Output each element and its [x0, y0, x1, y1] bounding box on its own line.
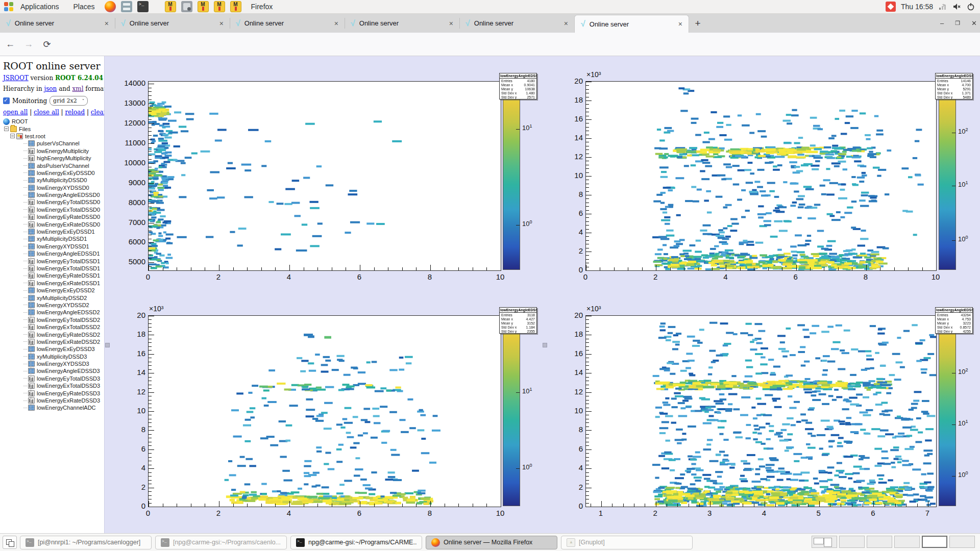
histogram-canvas-lowEnergyAngleEDSSD1[interactable]: [585, 81, 937, 271]
reload-button[interactable]: ⟳: [39, 36, 55, 53]
tree-item-label[interactable]: lowEnergyEyTotalDSSD0: [37, 199, 100, 205]
tree-item-label[interactable]: lowEnergyXYDSSD1: [37, 243, 89, 249]
palette-colorbar[interactable]: [939, 81, 956, 270]
tree-item-label[interactable]: lowEnergyChannelADC: [37, 405, 96, 411]
close-all-link[interactable]: close all: [34, 109, 59, 116]
tree-item-label[interactable]: lowEnergyAngleEDSSD3: [37, 368, 100, 374]
taskbar-window-button[interactable]: Online server — Mozilla Firefox: [426, 536, 557, 549]
frame-resize-handle[interactable]: [543, 343, 547, 347]
tree-item-label[interactable]: lowEnergyXYDSSD0: [37, 185, 89, 191]
taskbar-window-button[interactable]: npg@carme-gsi:~/Programs/CARME...: [290, 536, 422, 549]
browser-tab[interactable]: √Online server×: [459, 14, 574, 33]
jsroot-link[interactable]: JSROOT: [3, 74, 29, 82]
tree-item-label[interactable]: lowEnergyAngleEDSSD1: [37, 251, 100, 257]
xml-link[interactable]: xml: [72, 85, 84, 92]
tree-item-label[interactable]: lowEnergyAngleEDSSD2: [37, 309, 100, 315]
tree-item-label[interactable]: lowEnergyExEyDSSD3: [37, 346, 95, 352]
active-app-label[interactable]: Firefox: [244, 0, 280, 13]
midas-app-icon[interactable]: [230, 1, 241, 12]
places-menu[interactable]: Places: [66, 0, 102, 13]
tree-root-label[interactable]: ROOT: [12, 118, 28, 124]
clock[interactable]: Thu 16:58: [901, 3, 933, 11]
tree-item-label[interactable]: lowEnergyEyRateDSSD0: [37, 214, 100, 220]
tree-item-label[interactable]: lowEnergyExRateDSSD0: [37, 221, 100, 228]
tab-close-icon[interactable]: ×: [447, 18, 455, 29]
palette-colorbar[interactable]: [939, 315, 956, 506]
tree-item-label[interactable]: lowEnergyExTotalDSSD3: [37, 383, 100, 389]
browser-tab[interactable]: √Online server×: [0, 14, 115, 33]
tree-item-label[interactable]: lowEnergyExTotalDSSD2: [37, 324, 100, 330]
histogram-canvas-lowEnergyAngleEDSSD3[interactable]: [585, 315, 937, 507]
forward-button[interactable]: →: [20, 36, 37, 53]
tree-item-label[interactable]: lowEnergyExRateDSSD3: [37, 397, 100, 404]
power-icon[interactable]: [967, 3, 975, 11]
show-desktop-button[interactable]: [3, 536, 17, 549]
tree-item-label[interactable]: xyMultiplicityDSSD3: [37, 354, 87, 360]
workspace-cell[interactable]: [867, 536, 892, 548]
minimize-button[interactable]: –: [940, 19, 944, 27]
tree-item-label[interactable]: lowEnergyXYDSSD2: [37, 302, 89, 308]
tree-item-label[interactable]: lowEnergyEyTotalDSSD3: [37, 375, 100, 382]
tree-item-label[interactable]: lowEnergyAngleEDSSD0: [37, 192, 100, 198]
applications-menu-icon[interactable]: [4, 2, 13, 11]
taskbar-window-button[interactable]: [Gnuplot]: [561, 536, 693, 549]
workspace-cell[interactable]: [812, 536, 837, 548]
tree-file-label[interactable]: test.root: [25, 133, 45, 139]
tab-close-icon[interactable]: ×: [332, 18, 340, 29]
volume-muted-icon[interactable]: [952, 3, 962, 11]
tree-item-label[interactable]: pulserVsChannel: [37, 140, 80, 146]
tree-item-label[interactable]: lowEnergyXYDSSD3: [37, 361, 89, 367]
collapse-toggle[interactable]: [10, 134, 15, 138]
clear-link[interactable]: clear: [91, 109, 105, 116]
tree-item-label[interactable]: xyMultiplicityDSSD0: [37, 177, 87, 183]
back-button[interactable]: ←: [2, 36, 18, 53]
tree-item-label[interactable]: lowEnergyEyRateDSSD2: [37, 332, 100, 338]
grid-layout-select[interactable]: grid 2x2˅: [50, 96, 88, 106]
open-all-link[interactable]: open all: [3, 109, 28, 116]
file-manager-icon[interactable]: [121, 1, 132, 12]
reload-link[interactable]: reload: [65, 109, 85, 116]
firefox-launcher-icon[interactable]: [105, 1, 116, 12]
tree-item-label[interactable]: lowEnergyEyRateDSSD1: [37, 272, 100, 279]
workspace-cell[interactable]: [922, 536, 947, 548]
collapse-toggle[interactable]: [4, 127, 9, 131]
tree-item-label[interactable]: lowEnergyExEyDSSD2: [37, 287, 95, 293]
new-tab-button[interactable]: +: [689, 14, 706, 33]
tree-item-label[interactable]: xyMultiplicityDSSD1: [37, 236, 87, 242]
midas-app-icon[interactable]: [198, 1, 209, 12]
tree-folder-label[interactable]: Files: [19, 126, 31, 132]
tree-item-label[interactable]: lowEnergyExTotalDSSD0: [37, 207, 100, 213]
frame-resize-handle[interactable]: [105, 343, 110, 347]
recorder-tray-icon[interactable]: [886, 2, 896, 12]
tree-item-label[interactable]: lowEnergyEyTotalDSSD1: [37, 258, 100, 264]
browser-tab[interactable]: √Online server×: [115, 14, 230, 33]
taskbar-window-button[interactable]: [pi@nnrpi1: ~/Programs/caenlogger]: [20, 536, 152, 549]
tab-close-icon[interactable]: ×: [562, 18, 570, 29]
tree-item-label[interactable]: lowEnergyMultiplicity: [37, 148, 89, 154]
palette-colorbar[interactable]: [503, 81, 520, 270]
close-window-button[interactable]: ✕: [971, 19, 977, 27]
screenshot-tool-icon[interactable]: [181, 1, 192, 12]
browser-tab[interactable]: √Online server×: [574, 15, 689, 33]
workspace-cell[interactable]: [894, 536, 920, 548]
tree-item-label[interactable]: lowEnergyExEyDSSD0: [37, 170, 95, 176]
tab-close-icon[interactable]: ×: [676, 19, 684, 29]
tree-item-label[interactable]: absPulserVsChannel: [37, 163, 89, 169]
midas-app-icon[interactable]: [165, 1, 176, 12]
tree-item-label[interactable]: lowEnergyExRateDSSD1: [37, 280, 100, 286]
monitoring-checkbox[interactable]: [3, 97, 10, 104]
tree-item-label[interactable]: lowEnergyEyRateDSSD3: [37, 390, 100, 396]
tree-item-label[interactable]: highEnergyMultiplicity: [37, 155, 91, 161]
browser-tab[interactable]: √Online server×: [230, 14, 345, 33]
histogram-canvas-lowEnergyAngleEDSSD2[interactable]: [148, 315, 501, 507]
midas-app-icon[interactable]: [214, 1, 225, 12]
taskbar-window-button[interactable]: [npg@carme-gsi:~/Programs/caenlo...: [155, 536, 287, 549]
tab-close-icon[interactable]: ×: [217, 18, 226, 29]
json-link[interactable]: json: [44, 85, 57, 92]
tab-close-icon[interactable]: ×: [103, 18, 111, 29]
tree-item-label[interactable]: xyMultiplicityDSSD2: [37, 295, 87, 301]
tree-item-label[interactable]: lowEnergyExRateDSSD2: [37, 339, 100, 345]
terminal-icon[interactable]: [137, 1, 149, 12]
applications-menu[interactable]: Applications: [13, 0, 66, 13]
restore-button[interactable]: ❐: [955, 20, 960, 27]
